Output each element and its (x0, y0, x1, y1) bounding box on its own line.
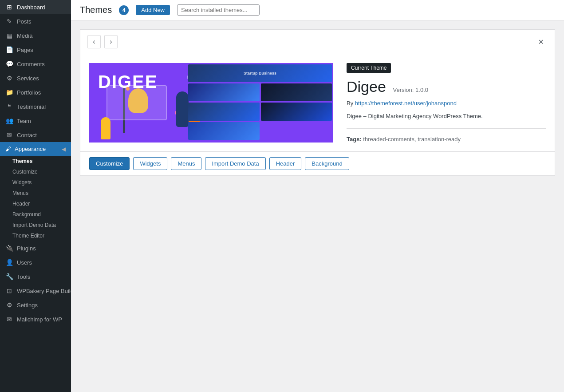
theme-divider (347, 128, 546, 129)
theme-author: By https://themeforest.net/user/johanspo… (347, 100, 546, 107)
main-content: Themes 4 Add New ‹ › × DIGEE (71, 0, 564, 392)
sidebar-item-import-demo[interactable]: Import Demo Data (0, 220, 71, 230)
sidebar-item-team[interactable]: 👥 Team (0, 114, 71, 128)
sidebar-item-appearance[interactable]: 🖌 Appearance ◀ (0, 142, 71, 156)
current-theme-badge: Current Theme (347, 63, 391, 73)
theme-author-link[interactable]: https://themeforest.net/user/johanspond (355, 100, 457, 107)
testimonial-icon: ❝ (5, 103, 13, 110)
portfolios-icon: 📁 (5, 89, 13, 96)
sidebar-item-menus[interactable]: Menus (0, 188, 71, 198)
sidebar-item-dashboard[interactable]: ⊞ Dashboard (0, 0, 71, 14)
sidebar-item-widgets[interactable]: Widgets (0, 177, 71, 188)
mini-screenshot-3 (261, 83, 332, 101)
sidebar-item-tools[interactable]: 🔧 Tools (0, 269, 71, 284)
mini-screenshot-1: Startup Business (188, 64, 332, 82)
theme-count-badge: 4 (119, 5, 129, 15)
theme-description: Digee – Digital Marketing Agency WordPre… (347, 112, 546, 121)
sidebar: ⊞ Dashboard ✎ Posts ▦ Media 📄 Pages 💬 Co… (0, 0, 71, 392)
users-icon: 👤 (5, 259, 13, 266)
header-button[interactable]: Header (269, 157, 302, 170)
media-icon: ▦ (5, 32, 13, 39)
chevron-right-icon: ◀ (62, 146, 66, 152)
sidebar-item-posts[interactable]: ✎ Posts (0, 14, 71, 28)
digee-preview-image: DIGEE (89, 63, 333, 143)
dashboard-icon: ⊞ (5, 4, 13, 11)
bottom-action-bar: Customize Widgets Menus Import Demo Data… (80, 151, 555, 175)
theme-name-row: Digee Version: 1.0.0 (347, 78, 546, 95)
sidebar-item-portfolios[interactable]: 📁 Portfolios (0, 85, 71, 99)
mini-screenshot-6 (188, 122, 260, 140)
theme-tags: Tags: threaded-comments, translation-rea… (347, 136, 546, 143)
theme-version: Version: 1.0.0 (393, 87, 428, 93)
mini-screenshot-5 (261, 103, 332, 120)
tools-icon: 🔧 (5, 273, 13, 280)
sidebar-item-plugins[interactable]: 🔌 Plugins (0, 241, 71, 255)
page-title: Themes (80, 5, 112, 15)
person3-body (101, 117, 110, 139)
sidebar-item-media[interactable]: ▦ Media (0, 28, 71, 43)
panel-body: DIGEE (80, 54, 555, 151)
panel-nav: ‹ › × (80, 30, 555, 54)
pages-icon: 📄 (5, 46, 13, 53)
contact-icon: ✉ (5, 131, 13, 139)
sidebar-item-users[interactable]: 👤 Users (0, 255, 71, 269)
sidebar-item-comments[interactable]: 💬 Comments (0, 57, 71, 71)
sidebar-item-customize[interactable]: Customize (0, 166, 71, 177)
comments-icon: 💬 (5, 60, 13, 67)
theme-screenshot: DIGEE (89, 63, 333, 143)
topbar: Themes 4 Add New (71, 0, 564, 20)
add-new-button[interactable]: Add New (136, 5, 170, 15)
theme-info: Current Theme Digee Version: 1.0.0 By ht… (347, 63, 546, 143)
theme-name: Digee (347, 78, 386, 95)
services-icon: ⚙ (5, 75, 13, 82)
import-demo-button[interactable]: Import Demo Data (205, 157, 265, 170)
background-button[interactable]: Background (305, 157, 349, 170)
digee-screenshots-grid: Startup Business (187, 63, 333, 143)
prev-button[interactable]: ‹ (87, 35, 101, 48)
presentation-board (106, 85, 167, 120)
sidebar-item-settings[interactable]: ⚙ Settings (0, 298, 71, 312)
sidebar-item-themes[interactable]: Themes (0, 156, 71, 166)
menus-button[interactable]: Menus (171, 157, 201, 170)
plugins-icon: 🔌 (5, 245, 13, 252)
settings-icon: ⚙ (5, 301, 13, 309)
wpbakery-icon: ⊡ (5, 287, 13, 294)
search-input[interactable] (177, 4, 260, 16)
sidebar-item-contact[interactable]: ✉ Contact (0, 128, 71, 142)
theme-detail-panel: ‹ › × DIGEE (80, 29, 555, 176)
team-icon: 👥 (5, 117, 13, 124)
sidebar-item-services[interactable]: ⚙ Services (0, 71, 71, 85)
sidebar-item-background[interactable]: Background (0, 209, 71, 220)
mini-screenshot-2 (188, 83, 260, 101)
posts-icon: ✎ (5, 18, 13, 25)
sidebar-item-wpbakery[interactable]: ⊡ WPBakery Page Builder (0, 284, 71, 298)
mini-screenshot-4 (188, 103, 260, 120)
sidebar-item-theme-editor[interactable]: Theme Editor (0, 230, 71, 241)
customize-button[interactable]: Customize (89, 157, 130, 170)
mailchimp-icon: ✉ (5, 316, 13, 323)
sidebar-item-header[interactable]: Header (0, 198, 71, 209)
sidebar-item-pages[interactable]: 📄 Pages (0, 43, 71, 57)
widgets-button[interactable]: Widgets (133, 157, 167, 170)
close-button[interactable]: × (534, 35, 548, 48)
sidebar-item-testimonial[interactable]: ❝ Testimonial (0, 99, 71, 114)
sidebar-item-mailchimp[interactable]: ✉ Mailchimp for WP (0, 312, 71, 326)
content-area: ‹ › × DIGEE (71, 20, 564, 392)
appearance-icon: 🖌 (5, 146, 11, 152)
next-button[interactable]: › (104, 35, 118, 48)
